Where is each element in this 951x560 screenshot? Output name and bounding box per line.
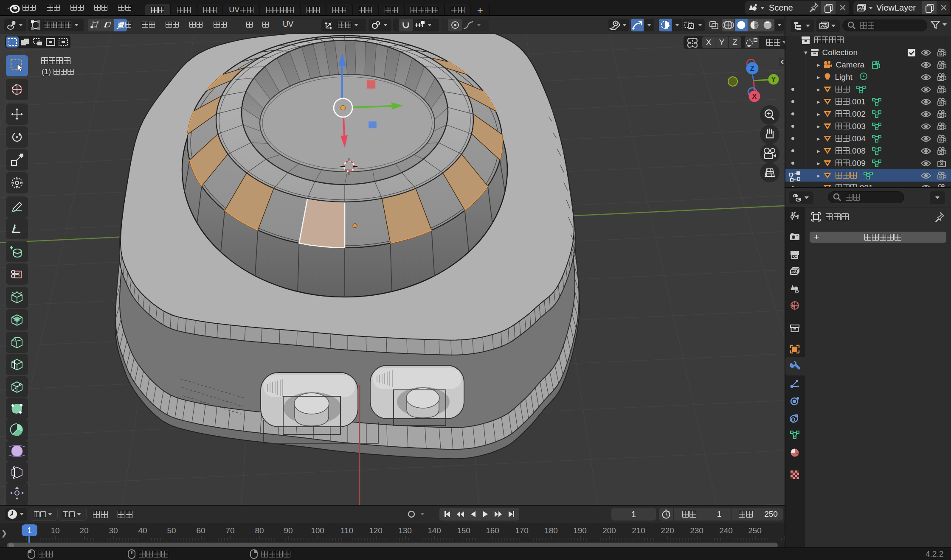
svg-text:X: X <box>752 92 757 101</box>
svg-text:Y: Y <box>771 76 776 84</box>
svg-text:Z: Z <box>750 64 754 73</box>
